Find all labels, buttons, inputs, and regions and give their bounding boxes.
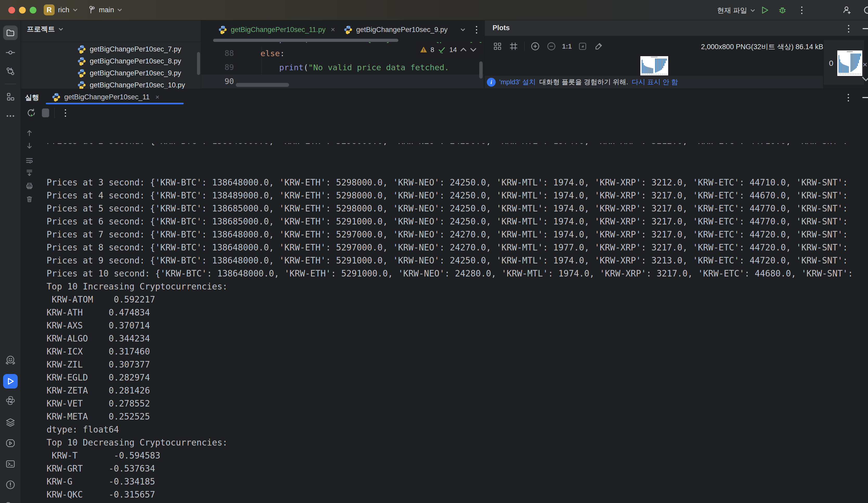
- image-info-label: 2,000x800 PNG(32비트 색상) 86.14 kB: [701, 42, 823, 52]
- plots-toolbar: 1:1: [492, 39, 604, 54]
- run-configuration-label: 현재 파일: [717, 6, 747, 15]
- python-file-icon: [344, 25, 353, 34]
- project-file[interactable]: getBigChangePer10sec_10.py: [21, 79, 201, 89]
- hide-panel-button[interactable]: [862, 97, 868, 98]
- window-close-button[interactable]: [8, 7, 15, 13]
- run-options-kebab[interactable]: [844, 93, 853, 102]
- tab-getBigChangePer10sec_9[interactable]: getBigChangePer10sec_9.py: [344, 20, 447, 39]
- warning-icon: [420, 46, 427, 54]
- fit-to-window-icon[interactable]: [577, 41, 588, 52]
- sidebar-item-services-partial[interactable]: [3, 495, 18, 503]
- plots-list-strip[interactable]: 0: [824, 40, 864, 85]
- close-plot-icon[interactable]: ×: [862, 60, 867, 70]
- next-plot-chevron[interactable]: [861, 76, 868, 83]
- print-icon[interactable]: [24, 181, 34, 191]
- branch-name: main: [99, 6, 114, 14]
- sidebar-item-python[interactable]: [3, 393, 18, 408]
- run-console[interactable]: Prices at 2 second: {'KRW-BTC': 13864800…: [46, 117, 868, 503]
- tab-label: getBigChangePer10sec_11.py: [231, 26, 326, 34]
- code-line-89: 89print("No valid price data fetched.: [201, 60, 484, 74]
- plot-thumbnail[interactable]: [837, 51, 862, 76]
- console-line: KRW-GRT -0.537634: [46, 462, 868, 475]
- tab-getBigChangePer10sec_11[interactable]: getBigChangePer10sec_11.py ×: [218, 20, 335, 39]
- run-tab-label: getBigChangePer10sec_11: [64, 93, 149, 101]
- tab-bar-scrollbar[interactable]: [213, 39, 399, 42]
- project-widget[interactable]: R rich: [44, 4, 78, 15]
- plots-options-kebab[interactable]: [844, 24, 853, 33]
- run-button[interactable]: [760, 5, 769, 15]
- search-icon[interactable]: [862, 5, 868, 15]
- sidebar-item-terminal[interactable]: [3, 457, 18, 471]
- pycharm-window: R rich main 현재 파일: [0, 0, 868, 503]
- editor-vertical-scrollbar[interactable]: [479, 61, 483, 78]
- console-line: KRW-T -0.594583: [46, 449, 868, 462]
- prev-problem-icon[interactable]: [460, 47, 467, 52]
- console-line: Prices at 4 second: {'KRW-BTC': 13848900…: [46, 189, 868, 202]
- close-icon[interactable]: ×: [331, 25, 335, 34]
- down-arrow-icon[interactable]: [24, 141, 34, 151]
- clear-all-icon[interactable]: [24, 194, 34, 204]
- run-configuration-selector[interactable]: 현재 파일: [717, 6, 755, 15]
- project-scrollbar[interactable]: [197, 52, 200, 75]
- project-file[interactable]: getBigChangePer10sec_8.py: [21, 55, 201, 67]
- scroll-to-end-icon[interactable]: [24, 168, 34, 178]
- sidebar-item-commit[interactable]: [3, 45, 18, 60]
- project-panel-header[interactable]: 프로젝트: [27, 23, 63, 35]
- grid-icon[interactable]: [508, 41, 519, 52]
- gallery-view-icon[interactable]: [492, 41, 503, 52]
- window-zoom-button[interactable]: [30, 7, 37, 13]
- branch-widget[interactable]: main: [88, 4, 122, 15]
- project-file[interactable]: getBigChangePer10sec_9.py: [21, 67, 201, 79]
- dismiss-link[interactable]: 다시 표시 안 함: [632, 77, 678, 87]
- run-tab-getBigChangePer10sec_11[interactable]: getBigChangePer10sec_11 ×: [52, 91, 159, 103]
- rerun-button[interactable]: [26, 107, 37, 118]
- editor-horizontal-scrollbar[interactable]: [236, 83, 289, 87]
- tab-list-dropdown[interactable]: [458, 25, 467, 34]
- console-output: Prices at 3 second: {'KRW-BTC': 13864800…: [46, 176, 868, 503]
- tool-window-stripe: [0, 20, 21, 503]
- line-number: 90: [201, 74, 234, 88]
- console-line: Prices at 8 second: {'KRW-BTC': 13864800…: [46, 241, 868, 254]
- sidebar-item-python-packages[interactable]: [3, 415, 18, 430]
- plot-index-label: 0: [829, 59, 834, 67]
- more-actions-button[interactable]: [797, 5, 807, 15]
- project-file[interactable]: getBigChangePer10sec_7.py: [21, 43, 201, 55]
- run-more-kebab[interactable]: [60, 107, 71, 118]
- install-mpld3-link[interactable]: 'mpld3' 설치: [499, 77, 536, 87]
- code-editor[interactable]: print(f"Prices at {sec} second: {prices[…: [201, 42, 484, 89]
- close-icon[interactable]: ×: [155, 93, 159, 101]
- zoom-in-icon[interactable]: [530, 41, 541, 52]
- stop-button[interactable]: [42, 108, 49, 117]
- code-with-me-button[interactable]: [842, 5, 852, 15]
- zoom-out-icon[interactable]: [546, 41, 557, 52]
- divider: [21, 42, 201, 42]
- sidebar-item-project[interactable]: [3, 25, 18, 40]
- console-line: KRW-ATOM 0.592217: [46, 293, 868, 306]
- console-line: KRW-G -0.334185: [46, 475, 868, 488]
- soft-wrap-icon[interactable]: [24, 155, 34, 166]
- console-line: KRW-META 0.252525: [46, 410, 868, 423]
- python-file-icon: [77, 69, 86, 77]
- actual-size-button[interactable]: 1:1: [562, 42, 572, 51]
- sidebar-item-more[interactable]: [3, 109, 18, 123]
- sidebar-item-run[interactable]: [3, 374, 18, 389]
- next-problem-icon[interactable]: [470, 47, 477, 52]
- tab-options-kebab[interactable]: [472, 25, 481, 34]
- chevron-down-icon: [59, 28, 63, 31]
- sidebar-item-pull-requests[interactable]: [3, 64, 18, 78]
- sidebar-item-problems[interactable]: [3, 478, 18, 492]
- python-file-icon: [77, 81, 86, 89]
- hide-panel-button[interactable]: [862, 28, 868, 29]
- inspections-widget[interactable]: 8 14: [417, 44, 479, 55]
- debug-button[interactable]: [777, 5, 787, 15]
- sidebar-item-structure[interactable]: [3, 90, 18, 104]
- plot-preview[interactable]: [640, 56, 668, 76]
- console-line: Prices at 3 second: {'KRW-BTC': 13864800…: [46, 176, 868, 189]
- warning-count: 8: [431, 46, 434, 54]
- window-minimize-button[interactable]: [19, 7, 26, 13]
- console-line: KRW-AERGO -0.314630: [46, 501, 868, 503]
- edit-icon[interactable]: [593, 41, 604, 52]
- up-arrow-icon[interactable]: [24, 128, 34, 138]
- sidebar-item-python-console[interactable]: [3, 436, 18, 450]
- sidebar-item-hugging-face[interactable]: [3, 353, 18, 367]
